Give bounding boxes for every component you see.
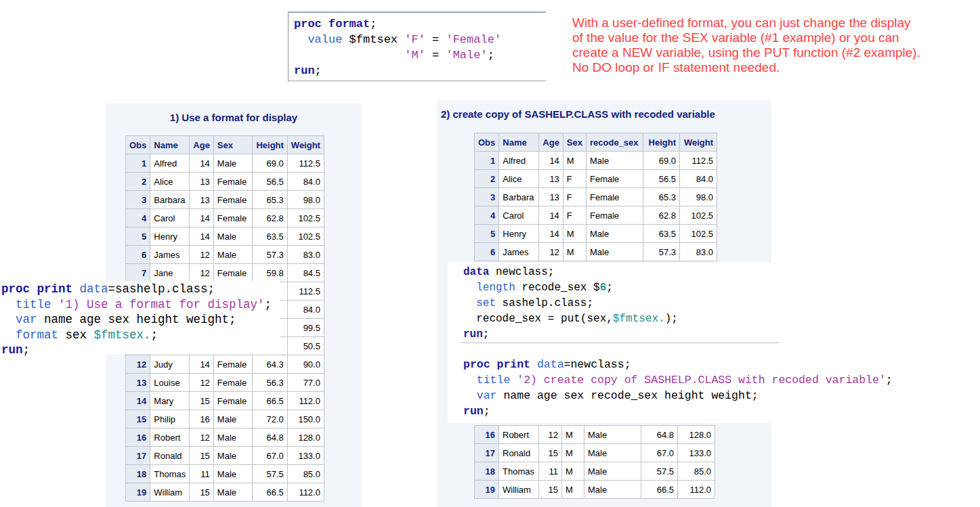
data-cell: 15 <box>190 483 214 502</box>
data-cell: 16 <box>190 410 214 428</box>
data-cell: 12 <box>190 428 214 447</box>
column-header: Name <box>499 133 539 152</box>
data-cell: Henry <box>150 227 190 246</box>
data-cell: 14 <box>539 206 563 225</box>
data-cell: 12 <box>190 246 214 264</box>
data-cell: Male <box>584 462 641 481</box>
code-line: proc print data=sashelp.class; <box>1 282 272 297</box>
data-cell: Henry <box>499 225 539 243</box>
obs-cell: 4 <box>475 206 499 225</box>
obs-cell: 18 <box>475 462 499 481</box>
data-cell: 66.5 <box>641 481 678 499</box>
note-line: create a NEW variable, using the PUT fun… <box>572 45 965 60</box>
table-row: 4Carol14Female62.8102.5 <box>126 209 324 227</box>
table-row: 19William15Male66.5112.0 <box>126 483 324 502</box>
data-cell: 56.5 <box>643 170 680 188</box>
data-cell: 14 <box>190 227 214 246</box>
data-cell: 128.0 <box>678 426 715 444</box>
data-cell: Judy <box>150 355 190 374</box>
data-cell: Female <box>213 173 252 191</box>
table-row: 13Louise12Female56.377.0 <box>126 374 324 392</box>
table-row: 16Robert12Male64.8128.0 <box>126 428 324 447</box>
table-row: 2Alice13Female56.584.0 <box>126 173 324 191</box>
data-cell: Male <box>213 410 252 428</box>
table-row: 16Robert12MMale64.8128.0 <box>475 426 715 444</box>
data-cell: 102.5 <box>287 227 324 246</box>
data-cell: 57.5 <box>641 462 678 481</box>
data-cell: Robert <box>499 426 539 444</box>
data-step-code: data newclass; length recode_sex $6; set… <box>463 265 678 343</box>
obs-cell: 3 <box>475 188 499 206</box>
data-cell: 14 <box>539 225 563 243</box>
note-line: of the value for the SEX variable (#1 ex… <box>572 30 965 45</box>
data-cell: 84.5 <box>287 264 324 282</box>
data-cell: 98.0 <box>680 188 717 206</box>
data-cell: 102.5 <box>680 225 717 243</box>
table-row: 18Thomas11Male57.585.0 <box>126 465 324 483</box>
data-cell: F <box>563 188 586 206</box>
data-cell: Male <box>587 152 643 170</box>
table-row: 7Jane12Female59.884.5 <box>126 264 324 282</box>
data-cell: 11 <box>190 465 214 483</box>
data-cell: 85.0 <box>287 465 324 483</box>
data-cell: 63.5 <box>643 225 680 243</box>
data-cell: 14 <box>190 209 214 227</box>
data-cell: Male <box>584 444 641 462</box>
table-row: 15Philip16Male72.0150.0 <box>126 410 324 428</box>
data-cell: 57.3 <box>643 243 680 261</box>
obs-cell: 16 <box>475 426 499 444</box>
data-cell: 133.0 <box>287 447 324 465</box>
data-cell: Ronald <box>150 447 190 465</box>
data-cell: 63.5 <box>252 227 287 246</box>
obs-cell: 19 <box>126 483 150 502</box>
data-cell: M <box>562 444 584 462</box>
data-cell: 67.0 <box>641 444 678 462</box>
data-cell: 112.0 <box>678 481 715 499</box>
data-cell: M <box>562 426 584 444</box>
data-cell: 66.5 <box>252 392 287 410</box>
data-cell: 11 <box>539 462 562 481</box>
data-cell: Female <box>587 206 643 225</box>
data-cell: 102.5 <box>680 206 717 225</box>
data-cell: Thomas <box>499 462 539 481</box>
data-cell: Ronald <box>499 444 539 462</box>
data-cell: 84.0 <box>287 301 324 319</box>
data-cell: 59.8 <box>252 264 287 282</box>
data-cell: Louise <box>150 374 190 392</box>
code-line: value $fmtsex 'F' = 'Female' <box>294 32 546 47</box>
obs-cell: 15 <box>126 410 150 428</box>
data-cell: 12 <box>539 243 563 261</box>
data-cell: 13 <box>190 191 214 209</box>
obs-cell: 17 <box>475 444 499 462</box>
data-cell: Alfred <box>150 154 190 173</box>
data-cell: 64.8 <box>252 428 287 447</box>
data-cell: Mary <box>150 392 190 410</box>
code-line: recode_sex = put(sex,$fmtsex.); <box>463 311 678 327</box>
data-cell: 112.5 <box>680 152 717 170</box>
data-cell: 56.5 <box>252 173 287 191</box>
data-cell: 12 <box>190 264 214 282</box>
data-cell: F <box>563 206 586 225</box>
data-cell: Carol <box>150 209 190 227</box>
data-cell: 83.0 <box>287 246 324 264</box>
obs-cell: 4 <box>126 209 150 227</box>
data-cell: Male <box>213 428 252 447</box>
obs-cell: 6 <box>475 243 499 261</box>
obs-cell: 16 <box>126 428 150 447</box>
data-cell: Male <box>584 426 641 444</box>
table-row: 5Henry14Male63.5102.5 <box>126 227 324 246</box>
code-line: run; <box>463 327 678 343</box>
data-cell: 13 <box>539 188 563 206</box>
data-cell: 77.0 <box>287 374 324 392</box>
data-cell: Female <box>213 374 252 392</box>
data-cell: 15 <box>539 444 562 462</box>
column-header: Obs <box>126 136 150 154</box>
data-cell: 12 <box>190 374 214 392</box>
table-row: 18Thomas11MMale57.585.0 <box>475 462 715 481</box>
data-cell: 98.0 <box>287 191 324 209</box>
proc-print-example1-code: proc print data=sashelp.class; title '1)… <box>1 282 272 358</box>
table-row: 14Mary15Female66.5112.0 <box>126 392 324 410</box>
obs-cell: 7 <box>126 264 150 282</box>
obs-cell: 5 <box>475 225 499 243</box>
data-cell: Male <box>213 483 252 502</box>
